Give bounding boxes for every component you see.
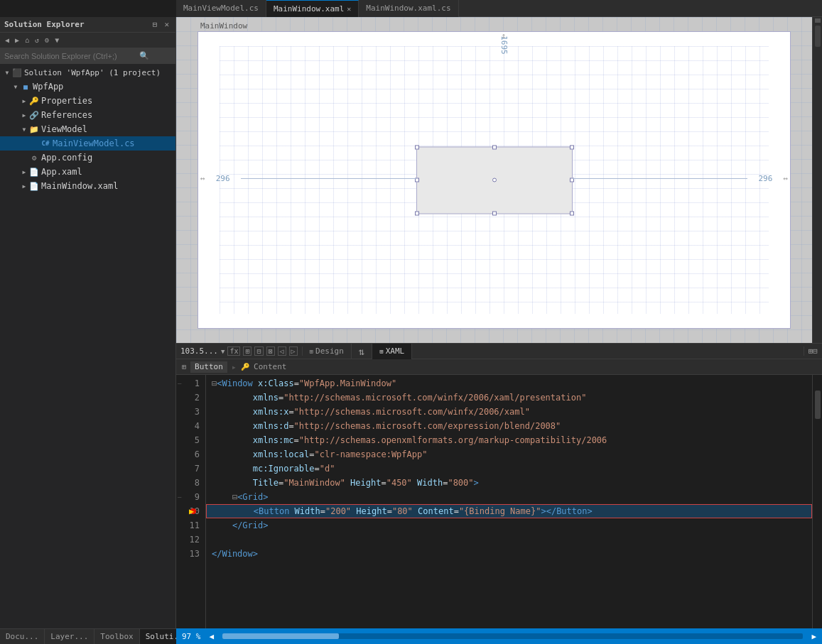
gutter-line-9: — 9 [176,490,205,504]
code-line-8: Title="MainWindow" Height="450" Width="8… [206,476,812,490]
scroll-right-btn[interactable]: ▶ [811,632,816,641]
gutter-line-13: 13 [176,547,205,561]
code-gutter: — 1 2 3 4 5 6 7 8 — 9 ▶ 10 11 [176,375,206,628]
sidebar-header-icons: ⊟ ✕ [151,19,171,30]
tree-label: MainWindow.xaml [40,181,118,191]
code-line-9: ⊟<Grid> [206,490,812,504]
tab-mainviewmodel-cs[interactable]: MainViewModel.cs [176,0,266,17]
element-name-label: Button [195,362,223,371]
code-line-1: ⊟<Window x:Class="WpfApp.MainWindow" [206,376,812,391]
element-icon: ⊞ [182,363,186,371]
refresh-icon[interactable]: ↺ [33,35,41,45]
xaml-icon: 📄 [28,168,40,177]
code-line-11: </Grid> [206,518,812,533]
sidebar-tab-toolbox[interactable]: Toolbox [94,629,139,645]
zoom-grid-btn[interactable]: ⊞ [243,346,252,356]
gutter-line-2: 2 [176,391,205,405]
code-line-6: xmlns:local="clr-namespace:WpfApp" [206,447,812,462]
design-button-element[interactable] [416,146,573,214]
sidebar-tab-layer[interactable]: Layer... [45,629,94,645]
scroll-left-btn[interactable]: ◀ [210,632,215,641]
tree-item-references[interactable]: ▶ 🔗 References [0,108,175,122]
back-icon[interactable]: ◀ [3,35,11,45]
yellow-arrow-icon: ▶ [189,506,194,516]
project-icon: ■ [20,83,31,91]
zoom-snap-btn[interactable]: ⊟ [254,346,263,356]
tree-item-properties[interactable]: ▶ 🔑 Properties [0,94,175,108]
toggle-split-btn[interactable]: ⇅ [352,344,372,359]
split-view-btn[interactable]: ⊞⊟ [804,346,822,356]
tree-item-solution[interactable]: ▼ ⬛ Solution 'WpfApp' (1 project) [0,65,175,80]
zoom-dropdown-btn[interactable]: ▼ [221,348,225,355]
pin-icon[interactable]: ⊟ [151,19,160,30]
tree-label: Solution 'WpfApp' (1 project) [23,68,161,77]
code-scrollbar[interactable] [812,375,822,628]
tree-arrow: ▶ [20,98,28,104]
zoom-right-btn[interactable]: ▷ [289,346,298,356]
tab-label: MainViewModel.cs [183,4,259,13]
sidebar-title: Solution Explorer [4,20,85,29]
xaml-tab-btn[interactable]: ⊞ XAML [372,344,412,359]
element-property-label: Content [254,362,286,371]
code-line-7: mc:Ignorable="d" [206,462,812,476]
sidebar-tab-docu[interactable]: Docu... [0,629,45,645]
tree-arrow: ▼ [3,70,11,76]
tree-item-appxaml[interactable]: ▶ 📄 App.xaml [0,165,175,179]
zoom-fx-btn[interactable]: fx [227,346,240,356]
code-line-10[interactable]: <Button Width="200" Height="80" Content=… [206,504,812,518]
solution-icon: ⬛ [11,68,23,77]
code-line-3: xmlns:x="http://schemas.microsoft.com/wi… [206,405,812,419]
gutter-line-3: 3 [176,405,205,419]
design-window-title: MainWindow [200,21,247,31]
zoom-left-btn[interactable]: ◁ [278,346,286,356]
tree-arrow: ▶ [20,169,28,175]
home-icon[interactable]: ⌂ [23,35,31,45]
tree-item-appconfig[interactable]: ⚙ App.config [0,151,175,165]
sidebar-tree: ▼ ⬛ Solution 'WpfApp' (1 project) ▼ ■ Wp… [0,64,175,628]
search-icon[interactable]: 🔍 [139,51,149,60]
tree-arrow: ▶ [20,112,28,119]
scrollbar-thumb[interactable] [815,391,821,419]
element-name-box[interactable]: Button [190,361,227,373]
zoom-bar-inner: 103.5... ▼ fx ⊞ ⊟ ⊠ ◁ ▷ [176,346,303,356]
collapse-icon-1[interactable]: — [178,380,181,387]
tab-mainwindow-xaml-cs[interactable]: MainWindow.xaml.cs [359,0,458,17]
tree-label: App.config [40,153,92,163]
tree-item-wpfapp[interactable]: ▼ ■ WpfApp [0,80,175,94]
gutter-line-4: 4 [176,419,205,433]
tab-label: MainWindow.xaml [274,4,344,13]
sidebar-bottom-tabs: Docu... Layer... Toolbox Soluti... [0,628,175,644]
tree-item-viewmodel[interactable]: ▼ 📁 ViewModel [0,122,175,136]
tree-item-mainviewmodel[interactable]: C# MainViewModel.cs [0,136,175,151]
design-tab-btn[interactable]: ⊞ Design [303,344,352,359]
filter-icon[interactable]: ▼ [53,35,61,45]
zoom-lock-btn[interactable]: ⊠ [266,346,275,356]
forward-icon[interactable]: ▶ [13,35,21,45]
config-icon: ⚙ [28,153,40,163]
tab-label: MainWindow.xaml.cs [366,4,450,13]
settings-icon[interactable]: ⚙ [43,35,51,45]
zoom-value: 103.5... [180,346,218,356]
tree-item-mainwindowxaml[interactable]: ▶ 📄 MainWindow.xaml [0,179,175,193]
element-property-icon: 🔑 [241,363,249,371]
code-line-12 [206,533,812,547]
collapse-icon-9[interactable]: — [178,493,181,501]
design-view: MainWindow [176,17,822,344]
tree-arrow: ▶ [20,183,28,190]
tab-mainwindow-xaml[interactable]: MainWindow.xaml ✕ [266,0,359,17]
gutter-line-6: 6 [176,447,205,462]
tree-label: App.xaml [40,167,82,177]
element-sep: ▸ [232,362,237,372]
sidebar-toolbar: ◀ ▶ ⌂ ↺ ⚙ ▼ [0,33,175,48]
tree-label: ViewModel [40,124,87,134]
xaml2-icon: 📄 [28,182,40,191]
editor-area: MainWindow [176,17,822,644]
search-input[interactable] [4,52,139,60]
xaml-tab-icon: ⊞ [379,348,383,355]
design-scrollbar[interactable] [812,17,822,343]
code-content: ⊟<Window x:Class="WpfApp.MainWindow" xml… [206,375,812,628]
close-icon[interactable]: ✕ [162,19,171,30]
tree-label: MainViewModel.cs [51,138,135,148]
gutter-line-12: 12 [176,533,205,547]
design-tab-icon: ⊞ [310,348,313,355]
